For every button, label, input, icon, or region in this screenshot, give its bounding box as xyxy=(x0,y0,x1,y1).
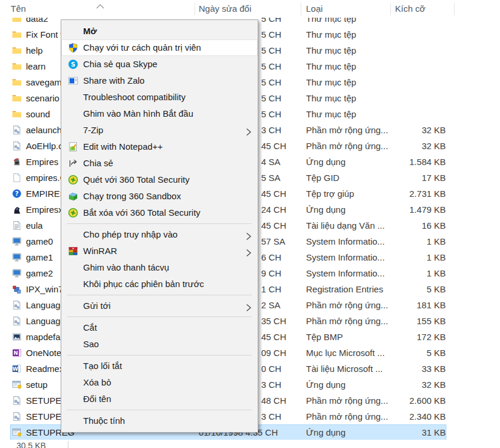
system-file-icon xyxy=(12,300,22,310)
menu-item-13[interactable]: Cho phép truy nhập vào xyxy=(61,226,258,243)
file-size: 32 KB xyxy=(366,138,446,154)
menu-item-15[interactable]: Ghim vào thanh tácvụ xyxy=(61,259,258,276)
file-name: AoEHlp.c xyxy=(26,138,63,154)
file-name: mapdefa xyxy=(26,329,60,345)
menu-item-17[interactable]: Gửi tới xyxy=(61,298,258,314)
word-doc-icon: W xyxy=(12,364,22,374)
menu-item-10[interactable]: Quét với 360 Total Security xyxy=(61,172,258,188)
menu-item-label: Bắt xóa với 360 Total Security xyxy=(83,207,200,218)
help-file-icon: ? xyxy=(12,189,22,199)
menu-item-label: Xóa bỏ xyxy=(83,377,111,387)
column-divider[interactable] xyxy=(390,3,391,15)
ts360-icon xyxy=(68,174,78,185)
installer-icon xyxy=(12,427,22,437)
menu-item-11[interactable]: Chạy trong 360 Sandbox xyxy=(61,188,258,205)
column-header-name[interactable]: Tên xyxy=(11,4,26,14)
menu-item-19[interactable]: Sao xyxy=(61,336,258,353)
menu-item-9[interactable]: Chia sẻ xyxy=(61,155,258,172)
submenu-arrow-icon xyxy=(246,230,252,239)
file-name: eula xyxy=(26,218,42,233)
menu-item-label: Tạo lối tắt xyxy=(83,361,122,371)
submenu-arrow-icon xyxy=(246,301,252,311)
status-size-text: 30,5 KB xyxy=(17,441,46,448)
file-size: 155 KB xyxy=(366,313,446,329)
image-file-icon xyxy=(12,332,22,342)
column-headers: Tên Ngày sửa đổi Loại Kích cỡ xyxy=(0,0,500,18)
column-header-modified[interactable]: Ngày sửa đổi xyxy=(199,4,251,14)
file-size xyxy=(366,106,446,122)
menu-item-6[interactable]: Ghim vào Màn hình Bắt đầu xyxy=(61,106,258,122)
file-name: Readmex xyxy=(26,361,64,377)
menu-item-label: 7-Zip xyxy=(83,125,103,135)
menu-item-12[interactable]: Bắt xóa với 360 Total Security xyxy=(61,205,258,221)
file-size: 31 KB xyxy=(366,424,446,440)
menu-separator xyxy=(67,317,252,317)
notepadpp-icon xyxy=(68,141,78,152)
sort-ascending-icon xyxy=(96,1,104,11)
folder-icon xyxy=(12,29,22,39)
file-name: game2 xyxy=(26,265,53,281)
menu-item-label: Share with Zalo xyxy=(83,75,144,85)
monitor-icon xyxy=(12,252,22,262)
menu-item-18[interactable]: Cắt xyxy=(61,319,258,336)
helmet-icon xyxy=(12,157,22,167)
menu-item-label: Chạy với tư cách quản trị viên xyxy=(83,42,201,52)
menu-item-label: Khôi phục các phiên bản trước xyxy=(83,279,204,289)
menu-item-16[interactable]: Khôi phục các phiên bản trước xyxy=(61,276,258,292)
menu-item-label: Edit with Notepad++ xyxy=(83,141,163,151)
zalo-icon xyxy=(68,75,78,86)
menu-item-1[interactable]: Mở xyxy=(61,23,258,39)
file-name: IPX_win7 xyxy=(26,281,63,297)
menu-item-label: Ghim vào thanh tácvụ xyxy=(83,262,169,272)
file-size: 2.731 KB xyxy=(366,186,446,202)
menu-item-label: Cắt xyxy=(83,322,97,332)
file-size xyxy=(366,74,446,90)
file-name: Fix Font t xyxy=(26,27,63,42)
menu-item-14[interactable]: WinRAR xyxy=(61,243,258,259)
menu-item-21[interactable]: Xóa bỏ xyxy=(61,374,258,391)
system-file-icon xyxy=(12,396,22,406)
folder-icon xyxy=(12,93,22,103)
file-size: 17 KB xyxy=(366,170,446,186)
svg-text:?: ? xyxy=(15,190,18,197)
registry-icon xyxy=(12,284,22,294)
status-bar: 30,5 KB xyxy=(0,440,500,448)
menu-item-3[interactable]: S Chia sẻ qua Skype xyxy=(61,56,258,73)
menu-item-20[interactable]: Tạo lối tắt xyxy=(61,358,258,374)
file-name: sound xyxy=(26,106,50,122)
context-menu: Mở Chạy với tư cách quản trị viên S Chia… xyxy=(61,19,258,433)
menu-item-label: Troubleshoot compatibility xyxy=(83,92,186,102)
menu-item-8[interactable]: Edit with Notepad++ xyxy=(61,139,258,155)
winrar-icon xyxy=(68,246,78,256)
monitor-icon xyxy=(12,268,22,278)
menu-item-label: WinRAR xyxy=(83,246,117,256)
column-header-type[interactable]: Loại xyxy=(306,4,323,14)
column-divider[interactable] xyxy=(454,3,455,15)
file-name: savegam xyxy=(26,74,62,90)
menu-item-2[interactable]: Chạy với tư cách quản trị viên xyxy=(61,39,258,56)
menu-item-label: Chia sẻ qua Skype xyxy=(83,59,157,69)
file-size: 1 KB xyxy=(366,233,446,249)
column-divider[interactable] xyxy=(301,3,301,15)
column-divider[interactable] xyxy=(195,3,195,15)
menu-item-label: Ghim vào Màn hình Bắt đầu xyxy=(83,108,193,118)
file-size: 2.340 KB xyxy=(366,409,446,424)
file-name: game0 xyxy=(26,233,53,249)
file-size xyxy=(366,58,446,74)
column-header-size[interactable]: Kích cỡ xyxy=(395,4,426,14)
text-doc-icon xyxy=(12,220,22,230)
knight-icon xyxy=(12,205,22,215)
menu-item-22[interactable]: Đổi tên xyxy=(61,391,258,407)
menu-item-5[interactable]: Troubleshoot compatibility xyxy=(61,89,258,106)
menu-item-label: Cho phép truy nhập vào xyxy=(83,229,177,239)
file-size: 32 KB xyxy=(366,122,446,138)
menu-item-4[interactable]: Share with Zalo xyxy=(61,73,258,89)
menu-item-23[interactable]: Thuộc tính xyxy=(61,413,258,429)
file-size: 1 KB xyxy=(366,265,446,281)
menu-item-7[interactable]: 7-Zip xyxy=(61,122,258,139)
svg-text:W: W xyxy=(12,366,18,372)
installer-icon xyxy=(12,380,22,390)
system-file-icon xyxy=(12,316,22,326)
menu-item-label: Quét với 360 Total Security xyxy=(83,174,189,185)
file-size: 181 KB xyxy=(366,297,446,313)
